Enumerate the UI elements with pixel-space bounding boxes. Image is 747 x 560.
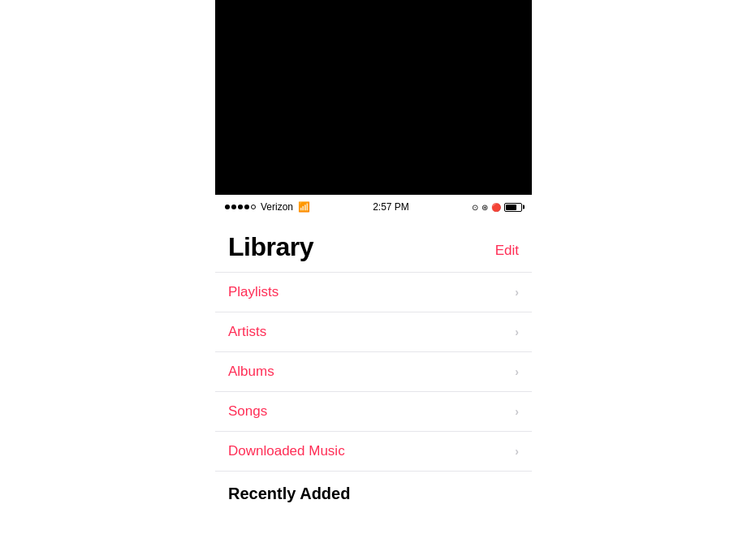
- menu-item-playlists[interactable]: Playlists ›: [215, 273, 532, 312]
- songs-label: Songs: [228, 403, 267, 420]
- playlists-label: Playlists: [228, 284, 279, 300]
- chevron-icon-downloaded: ›: [515, 445, 519, 458]
- menu-item-albums[interactable]: Albums ›: [215, 352, 532, 392]
- albums-label: Albums: [228, 364, 274, 380]
- status-time: 2:57 PM: [373, 201, 409, 213]
- recently-added-title: Recently Added: [228, 485, 519, 503]
- chevron-icon-artists: ›: [515, 325, 519, 338]
- menu-item-downloaded-music[interactable]: Downloaded Music ›: [215, 432, 532, 472]
- content-area: Library Edit Playlists › Artists › Album…: [215, 219, 532, 560]
- edit-button[interactable]: Edit: [495, 243, 519, 262]
- carrier-label: Verizon: [261, 201, 293, 213]
- status-left: Verizon 📶: [225, 201, 310, 213]
- wifi-icon: 📶: [298, 201, 310, 213]
- chevron-icon-albums: ›: [515, 365, 519, 378]
- signal-dot-1: [225, 205, 230, 209]
- bluetooth-icon: 🔴: [491, 203, 501, 212]
- signal-dot-4: [244, 205, 249, 209]
- downloaded-music-label: Downloaded Music: [228, 443, 345, 459]
- airplay-icon: ⊙: [472, 203, 478, 212]
- media-player-area: [215, 0, 532, 195]
- status-bar: Verizon 📶 2:57 PM ⊙ ⊛ 🔴: [215, 195, 532, 219]
- battery-icon: [504, 203, 522, 212]
- chevron-icon-songs: ›: [515, 405, 519, 418]
- menu-item-songs[interactable]: Songs ›: [215, 392, 532, 432]
- status-right: ⊙ ⊛ 🔴: [472, 203, 522, 212]
- recently-added-section: Recently Added: [215, 472, 532, 510]
- phone-container: Verizon 📶 2:57 PM ⊙ ⊛ 🔴 Library Edit Pla…: [215, 0, 532, 560]
- battery-fill: [506, 205, 516, 210]
- question-icon: ⊛: [481, 203, 488, 212]
- menu-item-artists[interactable]: Artists ›: [215, 312, 532, 352]
- library-header: Library Edit: [215, 219, 532, 273]
- signal-dot-2: [231, 205, 236, 209]
- signal-dot-3: [238, 205, 243, 209]
- page-title: Library: [228, 232, 313, 262]
- artists-label: Artists: [228, 324, 266, 340]
- chevron-icon-playlists: ›: [515, 286, 519, 299]
- library-menu: Playlists › Artists › Albums › Songs › D…: [215, 273, 532, 472]
- signal-dots: [225, 205, 256, 209]
- signal-dot-5: [251, 205, 256, 209]
